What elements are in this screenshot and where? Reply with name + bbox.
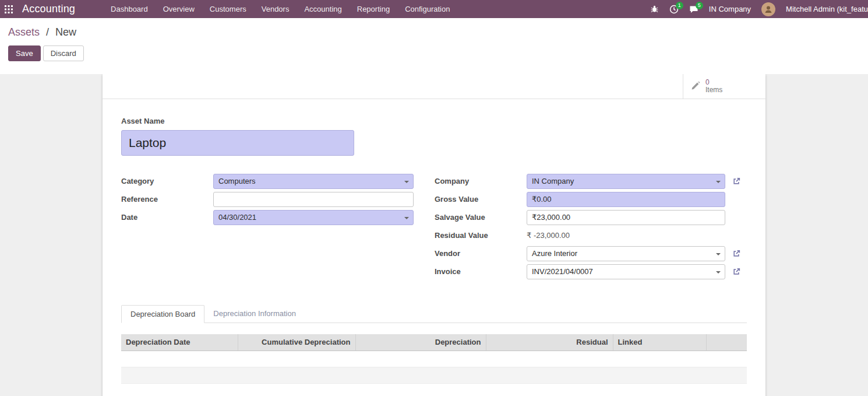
user-silhouette-icon	[764, 5, 773, 14]
reference-row: Reference	[121, 190, 414, 208]
residual-value: ₹ -23,000.00	[527, 231, 570, 240]
gross-value-row: Gross Value	[435, 190, 747, 208]
vendor-row: Vendor Azure Interior	[435, 244, 747, 262]
external-link-icon	[732, 249, 741, 258]
form-action-buttons: Save Discard	[8, 45, 860, 61]
category-select[interactable]: Computers	[213, 174, 414, 189]
messages-badge: 5	[696, 2, 703, 9]
reference-input[interactable]	[213, 192, 414, 207]
table-header-row: Depreciation Date Cumulative Depreciatio…	[121, 334, 747, 351]
table-row	[121, 367, 747, 383]
main-menu: Dashboard Overview Customers Vendors Acc…	[103, 0, 457, 18]
bug-icon	[650, 5, 659, 13]
debug-button[interactable]	[650, 5, 659, 13]
col-linked[interactable]: Linked	[613, 334, 706, 351]
breadcrumb-current: New	[55, 26, 76, 38]
breadcrumb-assets-link[interactable]: Assets	[8, 26, 40, 38]
table-row	[121, 351, 747, 367]
invoice-label: Invoice	[435, 267, 527, 276]
form-right-column: Company IN Company Gross Value	[435, 172, 747, 281]
vendor-value: Azure Interior	[532, 249, 577, 258]
asset-form-card: 0 Items Asset Name Category Computers	[103, 74, 765, 396]
apps-menu-button[interactable]	[0, 0, 17, 18]
form-field-grid: Category Computers Reference Date 04/	[121, 172, 747, 281]
gross-value-label: Gross Value	[435, 195, 527, 204]
menu-customers[interactable]: Customers	[202, 0, 254, 18]
salvage-value-label: Salvage Value	[435, 213, 527, 222]
category-row: Category Computers	[121, 172, 414, 190]
company-label: Company	[435, 177, 527, 185]
menu-vendors[interactable]: Vendors	[254, 0, 297, 18]
asset-name-block: Asset Name	[121, 115, 747, 156]
discard-button[interactable]: Discard	[43, 45, 84, 61]
breadcrumb-separator: /	[46, 26, 49, 38]
company-switcher[interactable]: IN Company	[709, 5, 751, 13]
asset-name-input[interactable]	[121, 130, 354, 156]
salvage-value-row: Salvage Value	[435, 208, 747, 226]
invoice-external-button[interactable]	[732, 267, 741, 276]
category-value: Computers	[218, 177, 256, 185]
form-statbar: 0 Items	[103, 74, 765, 99]
activity-badge: 1	[676, 2, 683, 9]
menu-accounting[interactable]: Accounting	[297, 0, 349, 18]
chevron-down-icon	[404, 181, 409, 183]
depreciation-table: Depreciation Date Cumulative Depreciatio…	[121, 334, 747, 396]
chevron-down-icon	[716, 253, 721, 255]
form-sheet: Asset Name Category Computers Reference	[103, 99, 765, 396]
reference-label: Reference	[121, 195, 213, 204]
invoice-value: INV/2021/04/0007	[532, 267, 593, 276]
form-left-column: Category Computers Reference Date 04/	[121, 172, 414, 281]
top-navbar: Accounting Dashboard Overview Customers …	[0, 0, 868, 18]
residual-value-label: Residual Value	[435, 231, 527, 240]
chevron-down-icon	[716, 181, 721, 183]
app-name[interactable]: Accounting	[22, 3, 75, 15]
items-label: Items	[705, 86, 722, 94]
col-cumulative-depreciation[interactable]: Cumulative Depreciation	[238, 334, 355, 351]
control-panel: Assets / New Save Discard	[0, 18, 868, 74]
tab-depreciation-board[interactable]: Depreciation Board	[121, 305, 204, 323]
gross-value-input[interactable]	[527, 192, 725, 207]
breadcrumb: Assets / New	[8, 26, 860, 38]
menu-reporting[interactable]: Reporting	[350, 0, 397, 18]
vendor-external-button[interactable]	[732, 249, 741, 258]
menu-configuration[interactable]: Configuration	[397, 0, 457, 18]
company-row: Company IN Company	[435, 172, 747, 190]
date-select[interactable]: 04/30/2021	[213, 210, 414, 225]
chevron-down-icon	[404, 217, 409, 219]
company-value: IN Company	[532, 177, 574, 185]
menu-dashboard[interactable]: Dashboard	[103, 0, 156, 18]
table-row	[121, 383, 747, 396]
external-link-icon	[732, 267, 741, 276]
col-residual[interactable]: Residual	[486, 334, 613, 351]
date-value: 04/30/2021	[218, 213, 256, 222]
date-row: Date 04/30/2021	[121, 208, 414, 226]
company-select[interactable]: IN Company	[527, 174, 725, 189]
tab-depreciation-information[interactable]: Depreciation Information	[204, 305, 305, 323]
residual-value-row: Residual Value ₹ -23,000.00	[435, 226, 747, 244]
invoice-select[interactable]: INV/2021/04/0007	[527, 264, 725, 279]
col-depreciation[interactable]: Depreciation	[355, 334, 486, 351]
external-link-icon	[732, 177, 741, 185]
notebook-tabs: Depreciation Board Depreciation Informat…	[121, 305, 747, 323]
save-button[interactable]: Save	[8, 45, 41, 61]
date-label: Date	[121, 213, 213, 222]
invoice-row: Invoice INV/2021/04/0007	[435, 262, 747, 281]
apps-grid-icon	[5, 5, 13, 13]
content-area: 0 Items Asset Name Category Computers	[0, 74, 868, 396]
salvage-value-input[interactable]	[527, 210, 725, 225]
topbar-systray: 1 5 IN Company Mitchell Admin (kit_featu	[644, 2, 868, 16]
activities-button[interactable]: 1	[669, 5, 679, 14]
col-depreciation-date[interactable]: Depreciation Date	[121, 334, 238, 351]
chevron-down-icon	[716, 271, 721, 274]
items-stat-button[interactable]: 0 Items	[683, 74, 765, 99]
vendor-label: Vendor	[435, 249, 527, 258]
menu-overview[interactable]: Overview	[156, 0, 202, 18]
pencil-icon	[690, 82, 700, 91]
company-external-button[interactable]	[732, 177, 741, 185]
user-menu[interactable]: Mitchell Admin (kit_featu	[786, 5, 868, 13]
avatar[interactable]	[761, 2, 775, 16]
asset-name-label: Asset Name	[121, 117, 164, 125]
vendor-select[interactable]: Azure Interior	[527, 246, 725, 261]
col-actions	[706, 334, 747, 351]
messages-button[interactable]: 5	[689, 5, 698, 14]
